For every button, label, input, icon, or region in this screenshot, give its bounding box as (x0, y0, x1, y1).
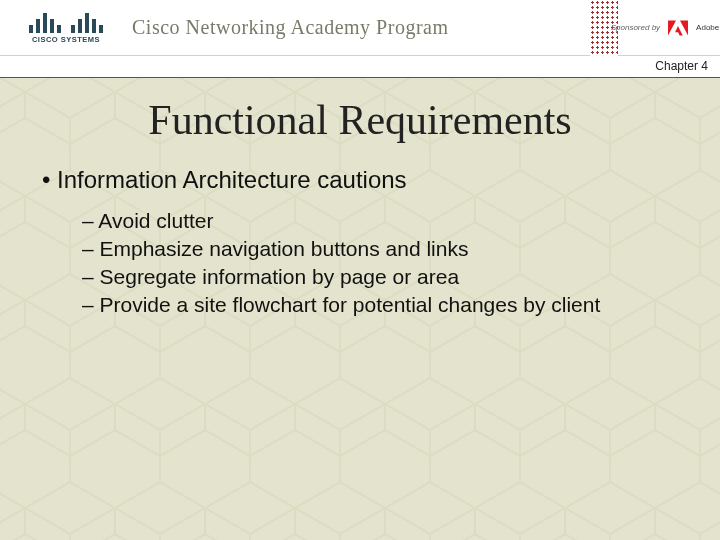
bullet-level2: Provide a site flowchart for potential c… (82, 292, 684, 319)
sponsor-block: Sponsored by Adobe (590, 0, 720, 56)
adobe-logo-icon (668, 18, 688, 38)
cisco-logo: CISCO SYSTEMS (20, 7, 112, 49)
sub-bullet-list: Avoid clutter Emphasize navigation butto… (82, 208, 684, 319)
slide-content: Functional Requirements Information Arch… (0, 78, 720, 319)
header-top-row: CISCO SYSTEMS Cisco Networking Academy P… (0, 0, 720, 56)
bullet-level2: Segregate information by page or area (82, 264, 684, 291)
bullet-level2: Avoid clutter (82, 208, 684, 235)
sponsor-name: Adobe (696, 23, 719, 32)
slide-title: Functional Requirements (36, 96, 684, 144)
chapter-label: Chapter 4 (0, 56, 720, 73)
cisco-logo-text: CISCO SYSTEMS (20, 35, 112, 44)
bullet-level1: Information Architecture cautions (42, 166, 684, 194)
sponsor-label: Sponsored by (611, 23, 660, 32)
program-title: Cisco Networking Academy Program (132, 16, 590, 39)
slide-header: CISCO SYSTEMS Cisco Networking Academy P… (0, 0, 720, 78)
bullet-level2: Emphasize navigation buttons and links (82, 236, 684, 263)
